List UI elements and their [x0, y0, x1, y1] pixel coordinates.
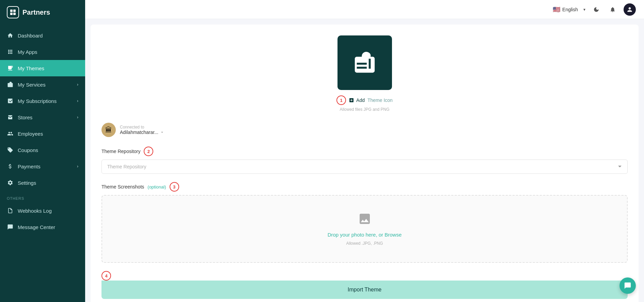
payments-icon [7, 163, 14, 170]
sidebar-item-label: Payments [18, 164, 41, 169]
logo-icon [7, 6, 19, 18]
theme-icon-text: Theme Icon [367, 97, 393, 103]
language-chevron-icon[interactable]: ▾ [583, 7, 585, 12]
sidebar-item-label: My Themes [18, 65, 44, 71]
chevron-down-icon [160, 130, 164, 135]
allowed-files-text: Allowed files JPG and PNG [340, 107, 389, 112]
step4-row: 4 [101, 271, 628, 281]
settings-icon [7, 179, 14, 186]
add-label: Add [356, 97, 365, 103]
connected-label: Connected to [120, 125, 164, 130]
theme-repository-label-row: Theme Repository 2 [101, 147, 628, 156]
sidebar-item-settings[interactable]: Settings [0, 175, 85, 191]
messages-icon [7, 224, 14, 230]
sidebar-item-my-subscriptions[interactable]: My Subscriptions › [0, 93, 85, 109]
sidebar-item-label: My Subscriptions [18, 98, 57, 104]
header: 🇺🇸 English ▾ [85, 0, 644, 19]
theme-icon-section: 1 Add Theme Icon Allowed files JPG and P… [101, 35, 628, 112]
theme-screenshots-label-row: Theme Screenshots (optional) 3 [101, 182, 628, 192]
coupons-icon [7, 147, 14, 153]
svg-rect-2 [10, 13, 13, 15]
app-name: Partners [22, 9, 50, 16]
theme-screenshots-label: Theme Screenshots [101, 184, 144, 190]
sidebar: Partners Dashboard My Apps My Themes [0, 0, 85, 302]
subscriptions-icon [7, 97, 14, 104]
sidebar-item-label: My Apps [18, 49, 37, 55]
sidebar-item-coupons[interactable]: Coupons [0, 142, 85, 158]
language-label: English [562, 7, 578, 12]
employees-icon [7, 130, 14, 137]
chevron-right-icon: › [77, 164, 78, 169]
moon-icon[interactable] [591, 4, 602, 15]
theme-repository-section: Theme Repository 2 Theme Repository [101, 147, 628, 174]
sidebar-nav: Dashboard My Apps My Themes My Services … [0, 25, 85, 302]
step-4-badge: 4 [101, 271, 111, 281]
sidebar-item-label: Coupons [18, 147, 38, 153]
flag-icon: 🇺🇸 [553, 6, 560, 13]
step-1-badge: 1 [336, 95, 346, 105]
sidebar-item-dashboard[interactable]: Dashboard [0, 27, 85, 44]
step-2-badge: 2 [144, 147, 153, 156]
drop-zone-text: Drop your photo here, or Browse [328, 232, 402, 238]
sidebar-item-label: Webhooks Log [18, 208, 52, 214]
theme-screenshots-section: Theme Screenshots (optional) 3 Drop your… [101, 182, 628, 263]
chat-button[interactable] [619, 277, 636, 294]
drop-zone-allowed-text: Allowed .JPG, .PNG [346, 241, 383, 246]
themes-icon [7, 65, 14, 72]
notifications-icon[interactable] [607, 4, 618, 15]
webhooks-icon [7, 207, 14, 214]
screenshot-drop-zone[interactable]: Drop your photo here, or Browse Allowed … [101, 195, 628, 263]
sidebar-item-payments[interactable]: Payments › [0, 158, 85, 175]
content-area: 1 Add Theme Icon Allowed files JPG and P… [91, 25, 639, 302]
others-section-label: OTHERS [0, 191, 85, 202]
services-icon [7, 81, 14, 88]
sidebar-item-label: Dashboard [18, 33, 43, 39]
svg-rect-0 [10, 10, 13, 12]
chevron-right-icon: › [77, 82, 78, 87]
page-content: 1 Add Theme Icon Allowed files JPG and P… [85, 19, 644, 302]
chevron-right-icon: › [77, 115, 78, 120]
connected-avatar: 🏛 [101, 123, 116, 137]
theme-repository-select[interactable]: Theme Repository [101, 160, 628, 174]
app-logo[interactable]: Partners [0, 0, 85, 25]
connected-info: Connected to Adilahmatcharar... [120, 125, 164, 135]
sidebar-item-stores[interactable]: Stores › [0, 109, 85, 125]
connected-name: Adilahmatcharar... [120, 130, 164, 135]
add-theme-icon-button[interactable]: Add [349, 97, 365, 103]
step-3-badge: 3 [170, 182, 179, 192]
svg-rect-3 [13, 13, 16, 15]
theme-icon-box [337, 35, 392, 90]
theme-repository-label: Theme Repository [101, 149, 140, 154]
home-icon [7, 32, 14, 39]
sidebar-item-label: Settings [18, 180, 36, 186]
sidebar-item-label: Stores [18, 115, 32, 120]
import-theme-button[interactable]: Import Theme [101, 281, 628, 299]
sidebar-item-label: Employees [18, 131, 43, 137]
sidebar-item-my-themes[interactable]: My Themes [0, 60, 85, 76]
connected-section: 🏛 Connected to Adilahmatcharar... [101, 123, 628, 137]
sidebar-item-employees[interactable]: Employees [0, 125, 85, 142]
svg-rect-1 [13, 10, 16, 12]
language-selector[interactable]: 🇺🇸 English [553, 6, 578, 13]
main-area: 🇺🇸 English ▾ 1 [85, 0, 644, 302]
sidebar-item-my-services[interactable]: My Services › [0, 76, 85, 93]
upload-image-icon [358, 212, 372, 228]
theme-screenshots-optional: (optional) [147, 184, 166, 190]
add-theme-icon-row: 1 Add Theme Icon [336, 95, 393, 105]
apps-icon [7, 48, 14, 55]
sidebar-item-webhooks-log[interactable]: Webhooks Log [0, 202, 85, 219]
chevron-right-icon: › [77, 99, 78, 103]
stores-icon [7, 114, 14, 121]
sidebar-item-my-apps[interactable]: My Apps [0, 44, 85, 60]
sidebar-item-label: My Services [18, 82, 46, 88]
browse-link[interactable]: Browse [384, 232, 402, 238]
user-avatar[interactable] [624, 3, 636, 16]
sidebar-item-label: Message Center [18, 224, 55, 230]
sidebar-item-message-center[interactable]: Message Center [0, 219, 85, 235]
